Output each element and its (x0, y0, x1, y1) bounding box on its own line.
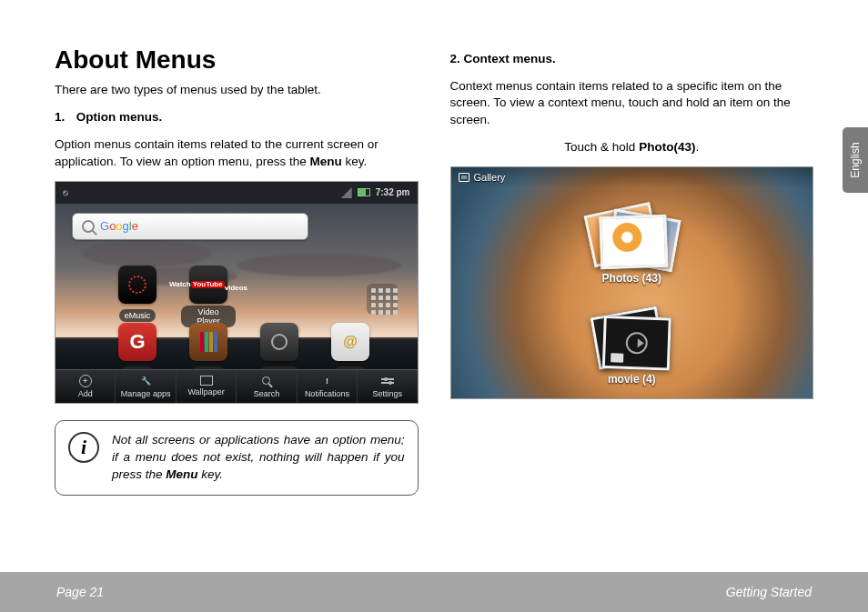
menu-search[interactable]: Search (237, 370, 297, 403)
menu-settings[interactable]: Settings (358, 370, 417, 403)
menu-wallpaper[interactable]: Wallpaper (177, 370, 237, 403)
menu-manage-apps[interactable]: 🔧Manage apps (116, 370, 176, 403)
picture-icon (200, 376, 213, 386)
footer-section: Getting Started (726, 585, 812, 599)
app-row-1: eMusic WatchYouTubevideos Video Player (110, 266, 236, 327)
app-video-player[interactable]: WatchYouTubevideos Video Player (181, 266, 236, 327)
wifi-icon (341, 187, 352, 198)
status-bar: ⎋ 7:32 pm (56, 182, 418, 204)
info-icon: i (68, 432, 99, 463)
folder-icon (611, 353, 623, 362)
menu-notifications[interactable]: !Notifications (298, 370, 358, 403)
battery-icon (358, 188, 370, 196)
gallery-header: Gallery (451, 167, 813, 187)
gallery-icon (459, 173, 469, 182)
option-menu-bar: +Add 🔧Manage apps Wallpaper Search !Noti… (56, 369, 418, 403)
search-icon (260, 375, 273, 387)
info-box: i Not all screens or applications have a… (55, 420, 419, 496)
page-title: About Menus (55, 45, 419, 75)
section1-heading: 1. Option menus. (55, 109, 419, 125)
apps-drawer-icon[interactable] (367, 284, 398, 315)
section1-body: Option menus contain items related to th… (55, 136, 419, 169)
clock: 7:32 pm (376, 187, 410, 197)
screenshot-home: ⎋ 7:32 pm Google eMusic WatchYouTubevide (55, 181, 419, 404)
app-emusic[interactable]: eMusic (110, 266, 165, 327)
album-movie-label: movie (4) (577, 373, 686, 386)
section2-body: Context menus contain items related to a… (450, 78, 814, 128)
menu-add[interactable]: +Add (56, 370, 116, 403)
wrench-icon: 🔧 (139, 375, 152, 387)
info-text: Not all screens or applications have an … (112, 432, 405, 484)
usb-icon: ⎋ (63, 187, 68, 197)
page-footer: Page 21 Getting Started (0, 572, 868, 612)
album-photos-label: Photos (43) (577, 272, 686, 285)
plus-icon: + (79, 375, 92, 387)
section2-caption: Touch & hold Photo(43). (450, 139, 814, 156)
alert-icon: ! (320, 375, 333, 387)
footer-page: Page 21 (56, 585, 104, 599)
search-input[interactable]: Google (72, 213, 308, 240)
intro-text: There are two types of menus used by the… (55, 82, 419, 98)
sliders-icon (381, 375, 394, 387)
section2-heading: 2. Context menus. (450, 51, 814, 67)
search-icon (82, 220, 95, 233)
screenshot-gallery: Gallery Photos (43) movie (4) (450, 166, 814, 399)
language-tab[interactable]: English (843, 127, 868, 193)
